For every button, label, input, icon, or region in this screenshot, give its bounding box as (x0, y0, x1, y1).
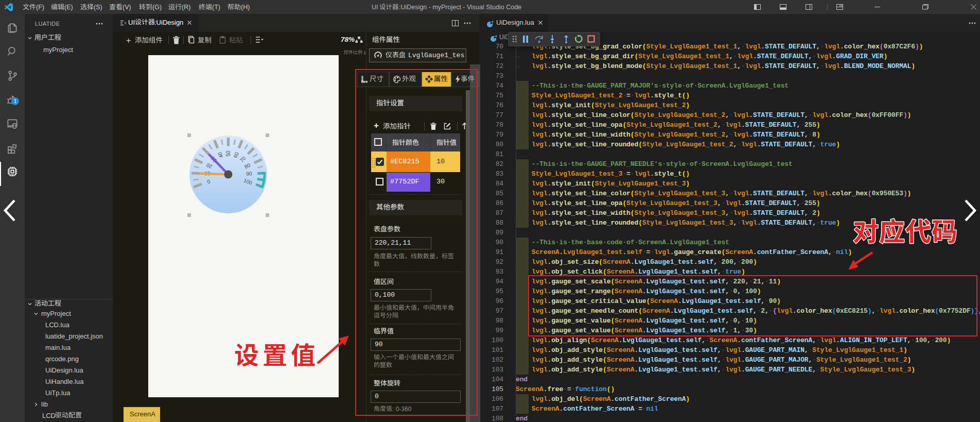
svg-text:90: 90 (246, 171, 252, 176)
svg-text:50: 50 (225, 150, 231, 157)
